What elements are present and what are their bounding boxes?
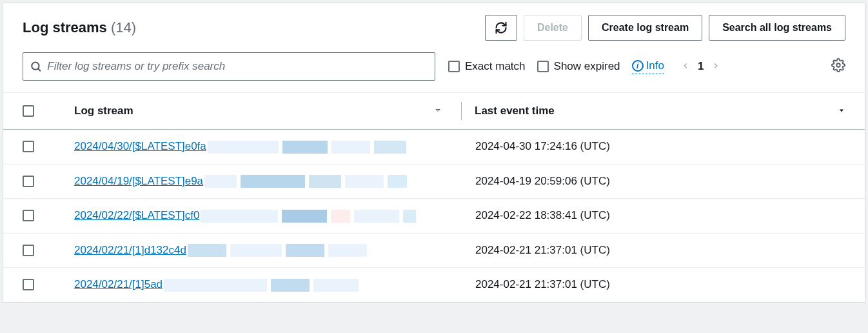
filter-bar: Exact match Show expired i Info 1 — [3, 46, 865, 92]
table-header: Log stream Last event time — [3, 92, 865, 130]
refresh-icon — [495, 21, 508, 34]
row-checkbox[interactable] — [23, 279, 34, 290]
log-stream-name: 2024/02/21/[1]5ad — [74, 278, 163, 290]
header: Log streams (14) Delete Create log strea… — [3, 3, 865, 46]
column-divider — [461, 102, 462, 120]
gear-icon — [831, 58, 845, 72]
redacted-text — [208, 141, 410, 154]
log-stream-name: 2024/02/22/[$LATEST]cf0 — [74, 209, 199, 221]
log-stream-column-cell: Log stream — [61, 105, 448, 117]
header-actions: Delete Create log stream Search all log … — [485, 15, 845, 41]
delete-button: Delete — [524, 15, 582, 41]
table-row: 2024/02/21/[1]5ad 2024-02-21 21:37:01 (U… — [3, 268, 865, 302]
exact-match-label: Exact match — [465, 60, 526, 73]
info-text: Info — [646, 59, 664, 72]
search-icon — [30, 60, 42, 73]
next-page-button[interactable] — [711, 60, 720, 74]
row-checkbox[interactable] — [23, 245, 34, 256]
last-event-time: 2024-02-21 21:37:01 (UTC) — [475, 244, 610, 256]
last-event-time: 2024-04-30 17:24:16 (UTC) — [475, 140, 610, 152]
chevron-left-icon — [681, 61, 690, 70]
create-log-stream-button[interactable]: Create log stream — [588, 15, 702, 41]
log-stream-link[interactable]: 2024/04/19/[$LATEST]e9a — [61, 175, 411, 188]
redacted-text — [188, 244, 371, 257]
last-event-time-column-header[interactable]: Last event time — [475, 105, 845, 117]
last-event-time: 2024-02-22 18:38:41 (UTC) — [475, 209, 610, 221]
log-stream-column-label: Log stream — [74, 105, 133, 117]
exact-match-option[interactable]: Exact match — [448, 60, 526, 73]
info-icon: i — [632, 60, 644, 72]
stream-cell: 2024/04/30/[$LATEST]e0fa — [61, 140, 461, 154]
redacted-text — [201, 210, 420, 223]
svg-point-2 — [836, 63, 840, 67]
last-event-time: 2024-04-19 20:59:06 (UTC) — [475, 175, 610, 187]
exact-match-checkbox[interactable] — [448, 61, 460, 72]
row-checkbox[interactable] — [23, 141, 34, 152]
redacted-text — [204, 175, 411, 188]
row-select-cell — [23, 176, 61, 187]
info-link[interactable]: i Info — [632, 59, 664, 74]
log-stream-name: 2024/04/19/[$LATEST]e9a — [74, 175, 203, 187]
svg-marker-3 — [436, 110, 440, 112]
log-stream-link[interactable]: 2024/04/30/[$LATEST]e0fa — [61, 140, 410, 154]
row-select-cell — [23, 245, 61, 256]
table-row: 2024/02/22/[$LATEST]cf0 2024-02-22 18:38… — [3, 199, 865, 234]
row-checkbox[interactable] — [23, 176, 34, 187]
chevron-right-icon — [711, 61, 720, 70]
time-cell: 2024-04-19 20:59:06 (UTC) — [461, 175, 845, 188]
stream-cell: 2024/02/22/[$LATEST]cf0 — [61, 209, 461, 223]
log-stream-column-header[interactable]: Log stream — [61, 105, 448, 117]
log-stream-name: 2024/04/30/[$LATEST]e0fa — [74, 140, 206, 152]
select-all-cell — [23, 105, 61, 117]
log-stream-link[interactable]: 2024/02/21/[1]5ad — [61, 278, 362, 292]
row-select-cell — [23, 279, 61, 290]
sort-desc-icon — [838, 105, 845, 117]
filter-options: Exact match Show expired i Info 1 — [448, 58, 845, 75]
table-row: 2024/04/30/[$LATEST]e0fa 2024-04-30 17:2… — [3, 130, 865, 165]
stream-cell: 2024/02/21/[1]d132c4d — [61, 244, 461, 257]
table-row: 2024/02/21/[1]d132c4d 2024-02-21 21:37:0… — [3, 234, 865, 268]
show-expired-option[interactable]: Show expired — [537, 60, 620, 73]
count-text: (14) — [111, 19, 136, 35]
row-select-cell — [23, 141, 61, 152]
log-streams-table: Log stream Last event time 2024 — [3, 92, 865, 302]
select-all-checkbox[interactable] — [23, 105, 34, 117]
show-expired-label: Show expired — [554, 60, 620, 73]
search-wrapper[interactable] — [23, 52, 435, 81]
stream-cell: 2024/02/21/[1]5ad — [61, 278, 461, 292]
time-cell: 2024-02-22 18:38:41 (UTC) — [461, 209, 845, 222]
time-cell: 2024-02-21 21:37:01 (UTC) — [461, 278, 845, 291]
log-stream-link[interactable]: 2024/02/22/[$LATEST]cf0 — [61, 209, 420, 223]
row-select-cell — [23, 210, 61, 221]
table-row: 2024/04/19/[$LATEST]e9a 2024-04-19 20:59… — [3, 165, 865, 199]
title-text: Log streams — [23, 19, 107, 35]
search-all-log-streams-button[interactable]: Search all log streams — [709, 15, 845, 41]
stream-cell: 2024/04/19/[$LATEST]e9a — [61, 175, 461, 188]
prev-page-button[interactable] — [681, 60, 690, 74]
time-cell: 2024-02-21 21:37:01 (UTC) — [461, 244, 845, 257]
search-input[interactable] — [42, 60, 428, 73]
log-stream-link[interactable]: 2024/02/21/[1]d132c4d — [61, 244, 371, 257]
settings-button[interactable] — [831, 58, 845, 75]
svg-line-1 — [38, 68, 41, 71]
time-cell: 2024-04-30 17:24:16 (UTC) — [461, 140, 845, 153]
log-stream-name: 2024/02/21/[1]d132c4d — [74, 244, 186, 256]
row-checkbox[interactable] — [23, 210, 34, 221]
show-expired-checkbox[interactable] — [537, 61, 549, 72]
refresh-button[interactable] — [485, 15, 517, 41]
sort-icon — [434, 105, 442, 117]
svg-point-0 — [32, 63, 39, 70]
redacted-text — [164, 279, 362, 292]
log-streams-panel: Log streams (14) Delete Create log strea… — [3, 3, 865, 303]
svg-marker-4 — [840, 110, 843, 112]
page-number: 1 — [698, 60, 704, 73]
pagination: 1 — [681, 60, 720, 74]
last-event-time-column-label: Last event time — [475, 105, 555, 117]
page-title: Log streams (14) — [23, 19, 136, 36]
last-event-time: 2024-02-21 21:37:01 (UTC) — [475, 278, 610, 290]
